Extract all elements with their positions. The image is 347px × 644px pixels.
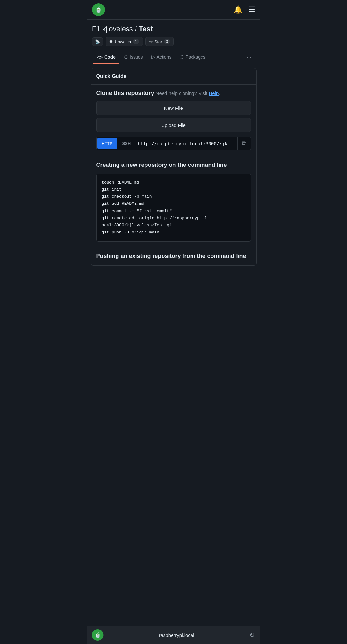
tabs-more-button[interactable]: ···	[244, 51, 254, 64]
quick-guide-card: Quick Guide Clone this repository Need h…	[91, 68, 257, 266]
repo-title-row: 🗔 kjloveless / Test	[92, 25, 255, 33]
star-label: Star	[155, 39, 162, 44]
code-tab-icon: <>	[97, 54, 103, 60]
code-tab-label: Code	[104, 54, 116, 60]
rss-icon: 📡	[95, 39, 100, 44]
eye-icon: 👁	[109, 39, 113, 44]
star-count: 0	[164, 39, 171, 44]
packages-tab-label: Packages	[185, 54, 205, 60]
tab-issues[interactable]: ⊙ Issues	[120, 51, 146, 64]
repo-owner[interactable]: kjloveless	[102, 25, 133, 33]
tab-code[interactable]: <> Code	[93, 51, 120, 64]
repo-actions-row: 📡 👁 Unwatch 1 ☆ Star 0	[92, 37, 255, 46]
clone-header: Clone this repository Need help cloning?…	[96, 90, 251, 97]
packages-tab-icon: ⬡	[180, 54, 184, 60]
code-line-6: git remote add origin http://raspberrypi…	[102, 215, 246, 222]
clone-help-link[interactable]: Help	[209, 90, 219, 96]
ssh-proto-button[interactable]: SSH	[117, 138, 135, 149]
unwatch-count: 1	[133, 39, 139, 44]
clone-url-section: HTTP SSH http://raspberrypi.local:3000/k…	[96, 137, 251, 150]
code-line-1: touch README.md	[102, 179, 246, 186]
repo-title: kjloveless / Test	[102, 25, 153, 33]
upload-file-button[interactable]: Upload File	[96, 118, 251, 132]
command-section-title: Creating a new repository on the command…	[96, 161, 251, 169]
actions-tab-icon: ▷	[151, 54, 155, 60]
clone-url-text: http://raspberrypi.local:3000/kjk	[135, 138, 237, 149]
tab-actions[interactable]: ▷ Actions	[147, 51, 175, 64]
quick-guide-title: Quick Guide	[96, 73, 127, 79]
star-icon: ☆	[149, 39, 153, 44]
repo-name[interactable]: Test	[139, 25, 153, 33]
new-file-button[interactable]: New File	[96, 101, 251, 115]
code-line-5: git commit -m "first commit"	[102, 208, 246, 215]
unwatch-button[interactable]: 👁 Unwatch 1	[106, 37, 143, 46]
hamburger-menu-icon[interactable]: ☰	[249, 5, 255, 14]
top-navigation: 🍵 🔔 ☰	[87, 0, 260, 20]
create-repo-section: Creating a new repository on the command…	[91, 156, 256, 247]
tab-packages[interactable]: ⬡ Packages	[176, 51, 209, 64]
clone-help-prefix: Need help cloning? Visit	[156, 90, 209, 96]
app-logo[interactable]: 🍵	[92, 3, 105, 16]
code-line-4: git add README.md	[102, 200, 246, 207]
bell-icon[interactable]: 🔔	[234, 5, 242, 14]
repo-tabs: <> Code ⊙ Issues ▷ Actions ⬡ Packages ··…	[92, 51, 255, 64]
main-content: Quick Guide Clone this repository Need h…	[87, 64, 260, 274]
push-section: Pushing an existing repository from the …	[91, 247, 256, 265]
star-button[interactable]: ☆ Star 0	[145, 37, 174, 46]
push-section-title: Pushing an existing repository from the …	[96, 252, 251, 260]
rss-button[interactable]: 📡	[92, 37, 103, 46]
issues-tab-label: Issues	[130, 54, 143, 60]
quick-guide-header-section: Quick Guide	[91, 68, 256, 85]
unwatch-label: Unwatch	[115, 39, 131, 44]
top-nav-right: 🔔 ☰	[234, 5, 255, 14]
clone-section: Clone this repository Need help cloning?…	[91, 85, 256, 156]
logo-emoji: 🍵	[95, 6, 102, 13]
copy-url-button[interactable]: ⧉	[237, 137, 251, 150]
code-line-8: git push -u origin main	[102, 229, 246, 236]
issues-tab-icon: ⊙	[124, 54, 128, 60]
code-line-2: git init	[102, 186, 246, 193]
code-line-7: ocal:3000/kjloveless/Test.git	[102, 222, 246, 229]
repository-icon: 🗔	[92, 25, 99, 33]
repo-header: 🗔 kjloveless / Test 📡 👁 Unwatch 1 ☆ Star…	[87, 20, 260, 64]
actions-tab-label: Actions	[157, 54, 172, 60]
repo-separator: /	[135, 25, 139, 33]
http-proto-button[interactable]: HTTP	[97, 138, 117, 149]
command-code-block: touch README.md git init git checkout -b…	[96, 174, 251, 242]
code-line-3: git checkout -b main	[102, 193, 246, 200]
clone-help-suffix: .	[219, 90, 220, 96]
clone-title: Clone this repository	[96, 90, 154, 96]
